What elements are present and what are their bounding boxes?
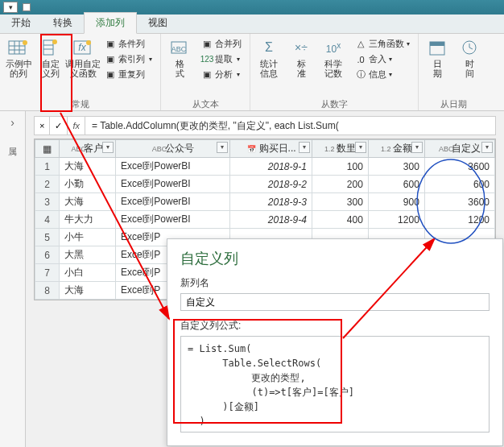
cell-amount[interactable]: 300	[368, 158, 424, 176]
cell-qty[interactable]: 400	[312, 211, 368, 229]
svg-point-12	[86, 40, 91, 45]
info-icon: ⓘ	[355, 69, 366, 81]
custom-column-button[interactable]: 自定 义列	[35, 35, 66, 98]
clock-icon	[458, 38, 481, 57]
cell-customer[interactable]: 牛大力	[60, 211, 116, 229]
ribbon-group-text: ABC 格 式 ▣合并列 123提取▾ ▣分析▾ 从文本	[161, 34, 250, 110]
invoke-function-button[interactable]: fx 调用自定 义函数	[68, 35, 98, 98]
col-customer[interactable]: ABC客户▾	[60, 140, 116, 158]
cell-customer[interactable]: 大黑	[60, 246, 116, 264]
column-from-examples-button[interactable]: 示例中 的列	[3, 35, 34, 98]
index-column-button[interactable]: ▣索引列▾	[103, 52, 154, 66]
chevron-down-icon: ▾	[237, 56, 240, 63]
cell-customer[interactable]: 小白	[60, 264, 116, 282]
col-qty[interactable]: 1.2数里▾	[312, 140, 368, 158]
ribbon-group-general: 示例中 的列 自定 义列 fx 调用自定 义函数 ▣条件列 ▣索引列▾ ▣重复列…	[0, 34, 161, 110]
col-account[interactable]: ABC公众号▾	[115, 140, 229, 158]
parse-button[interactable]: ▣分析▾	[200, 68, 243, 81]
merge-columns-button[interactable]: ▣合并列	[200, 37, 243, 51]
col-date[interactable]: 📅购买日...▾	[230, 140, 312, 158]
fx-icon[interactable]: fx	[68, 117, 85, 135]
group-label-date: 从日期	[422, 98, 485, 110]
tab-transforms[interactable]: 转换	[42, 13, 84, 33]
cell-customer[interactable]: 大海	[60, 193, 116, 211]
qa-icon[interactable]	[23, 3, 31, 11]
app-menu[interactable]: ▾	[3, 2, 18, 13]
conditional-column-button[interactable]: ▣条件列	[103, 37, 154, 51]
cell-date[interactable]: 2018-9-3	[230, 193, 312, 211]
accept-formula[interactable]: ✓	[50, 117, 68, 135]
cell-custom[interactable]: 3600	[424, 158, 494, 176]
new-column-name-input[interactable]	[180, 293, 490, 311]
cell-custom[interactable]: 3600	[424, 193, 494, 211]
cell-account[interactable]: Excel到PowerBI	[115, 176, 229, 193]
cell-customer[interactable]: 小牛	[60, 229, 116, 246]
cancel-formula[interactable]: ×	[35, 117, 50, 135]
tab-file[interactable]: 开始	[0, 13, 42, 33]
chevron-down-icon: ▾	[149, 56, 152, 63]
cell-account[interactable]: Excel到PowerBI	[115, 211, 229, 229]
cell-customer[interactable]: 大海	[60, 282, 116, 300]
cell-customer[interactable]: 大海	[60, 158, 116, 176]
statistics-button[interactable]: Σ 统计 信息	[254, 35, 284, 98]
svg-point-9	[52, 39, 57, 44]
cell-customer[interactable]: 小勤	[60, 176, 116, 193]
svg-rect-0	[9, 41, 25, 54]
cell-date[interactable]: 2018-9-4	[230, 211, 312, 229]
cell-date[interactable]: 2018-9-1	[230, 158, 312, 176]
standard-icon: ×÷	[290, 38, 312, 57]
dialog-title: 自定义列	[180, 249, 490, 268]
custom-column-dialog[interactable]: 自定义列 新列名 自定义列公式: = List.Sum( Table.Selec…	[167, 238, 503, 446]
ribbon-group-number: Σ 统计 信息 ×÷ 标 准 10x 科学 记数 △三角函数▾ .0舍入▾ ⓘ信…	[250, 34, 419, 110]
cell-amount[interactable]: 600	[368, 176, 424, 193]
formula-text[interactable]: = Table.AddColumn(更改的类型, "自定义", each Lis…	[85, 119, 495, 133]
sigma-icon: Σ	[258, 38, 280, 57]
cell-qty[interactable]: 300	[312, 193, 368, 211]
row-num: 7	[35, 264, 60, 282]
tab-view[interactable]: 视图	[137, 13, 179, 33]
cell-account[interactable]: Excel到PowerBI	[115, 158, 229, 176]
rounding-button[interactable]: .0舍入▾	[353, 52, 411, 66]
extract-icon: 123	[201, 54, 213, 65]
table-row[interactable]: 2小勤Excel到PowerBI2018-9-2200600600	[35, 176, 495, 193]
cell-account[interactable]: Excel到PowerBI	[115, 193, 229, 211]
chevron-down-icon: ▾	[407, 40, 410, 48]
custom-column-icon	[39, 38, 62, 57]
queries-sidebar[interactable]: › 属	[0, 111, 26, 447]
information-button[interactable]: ⓘ信息▾	[353, 68, 411, 81]
cell-qty[interactable]: 200	[312, 176, 368, 193]
svg-text:ABC: ABC	[171, 45, 187, 53]
expand-icon[interactable]: ›	[0, 111, 25, 134]
table-row[interactable]: 1大海Excel到PowerBI2018-9-11003003600	[35, 158, 495, 176]
row-num: 5	[35, 229, 60, 246]
header-row: ▦ ABC客户▾ ABC公众号▾ 📅购买日...▾ 1.2数里▾ 1.2金额▾ …	[35, 140, 495, 158]
duplicate-column-button[interactable]: ▣重复列	[103, 68, 154, 81]
cell-custom[interactable]: 600	[424, 176, 494, 193]
format-button[interactable]: ABC 格 式	[164, 35, 195, 98]
svg-point-5	[23, 40, 27, 45]
function-icon: fx	[72, 38, 94, 57]
time-button[interactable]: 时 间	[454, 35, 485, 98]
corner-header[interactable]: ▦	[35, 140, 60, 158]
col-custom[interactable]: ABC自定义▾	[424, 140, 494, 158]
date-button[interactable]: 日 期	[422, 35, 452, 98]
col-amount[interactable]: 1.2金额▾	[368, 140, 424, 158]
cell-qty[interactable]: 100	[312, 158, 368, 176]
cell-date[interactable]: 2018-9-2	[230, 176, 312, 193]
scientific-icon: 10x	[322, 38, 345, 57]
standard-button[interactable]: ×÷ 标 准	[286, 35, 316, 98]
trig-button[interactable]: △三角函数▾	[353, 37, 411, 51]
extract-button[interactable]: 123提取▾	[200, 52, 243, 66]
scientific-button[interactable]: 10x 科学 记数	[318, 35, 349, 98]
cell-amount[interactable]: 1200	[368, 211, 424, 229]
svg-line-19	[469, 48, 473, 49]
cell-custom[interactable]: 1200	[424, 211, 494, 229]
tab-add-column[interactable]: 添加列	[84, 12, 137, 34]
ribbon-group-date: 日 期 时 间 从日期	[419, 34, 488, 110]
svg-rect-6	[43, 40, 53, 55]
table-row[interactable]: 3大海Excel到PowerBI2018-9-33009003600	[35, 193, 495, 211]
formula-editor[interactable]: = List.Sum( Table.SelectRows( 更改的类型, (t)…	[180, 336, 490, 433]
cell-amount[interactable]: 900	[368, 193, 424, 211]
table-row[interactable]: 4牛大力Excel到PowerBI2018-9-440012001200	[35, 211, 495, 229]
formula-bar[interactable]: × ✓ fx = Table.AddColumn(更改的类型, "自定义", e…	[34, 116, 496, 135]
